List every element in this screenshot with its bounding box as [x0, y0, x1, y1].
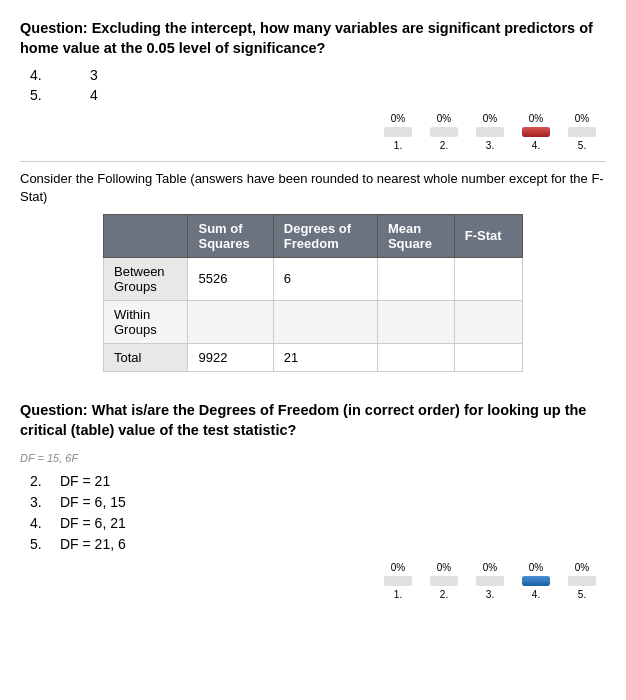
row-ss-within [188, 300, 273, 343]
progress2-item-3[interactable]: 0% 3. [476, 562, 504, 600]
col-header-label [104, 214, 188, 257]
row-df-total: 21 [273, 343, 377, 371]
progress-bar-3 [476, 127, 504, 137]
table-row-total: Total 9922 21 [104, 343, 523, 371]
progress-bar-4 [522, 127, 550, 137]
question2-block: Question: What is/are the Degrees of Fre… [20, 400, 606, 552]
table-row-between: BetweenGroups 5526 6 [104, 257, 523, 300]
overlay-df-label: DF = 15, 6F [20, 452, 78, 464]
answer-num-4: 4. [30, 67, 50, 83]
question1-block: Question: Excluding the intercept, how m… [20, 18, 606, 103]
table-wrapper: Sum ofSquares Degrees ofFreedom MeanSqua… [20, 214, 606, 386]
row-df-within [273, 300, 377, 343]
progress-strip-1: 0% 1. 0% 2. 0% 3. 0% 4. 0% 5. [20, 113, 606, 151]
question2-text: Question: What is/are the Degrees of Fre… [20, 400, 606, 441]
progress-num-1: 1. [394, 140, 402, 151]
progress-num-3: 3. [486, 140, 494, 151]
progress2-bar-3 [476, 576, 504, 586]
progress-label-5: 0% [575, 113, 589, 124]
progress-item-4[interactable]: 0% 4. [522, 113, 550, 151]
answer2-num-3: 3. [30, 494, 50, 510]
progress2-item-4[interactable]: 0% 4. [522, 562, 550, 600]
col-header-ms: MeanSquare [377, 214, 454, 257]
progress2-bar-5 [568, 576, 596, 586]
progress2-label-5: 0% [575, 562, 589, 573]
row-df-between: 6 [273, 257, 377, 300]
progress2-label-3: 0% [483, 562, 497, 573]
progress-label-1: 0% [391, 113, 405, 124]
progress2-num-5: 5. [578, 589, 586, 600]
question2-text-wrapper: Question: What is/are the Degrees of Fre… [20, 400, 606, 465]
answer2-num-2: 2. [30, 473, 50, 489]
answer2-num-5: 5. [30, 536, 50, 552]
consider-text: Consider the Following Table (answers ha… [20, 170, 606, 206]
question1-text: Question: Excluding the intercept, how m… [20, 18, 606, 59]
progress-bar-2 [430, 127, 458, 137]
answer2-row-4: 4. DF = 6, 21 [30, 515, 606, 531]
progress2-num-3: 3. [486, 589, 494, 600]
progress2-label-4: 0% [529, 562, 543, 573]
col-header-fstat: F-Stat [454, 214, 522, 257]
progress-item-2[interactable]: 0% 2. [430, 113, 458, 151]
progress2-label-1: 0% [391, 562, 405, 573]
col-header-ss: Sum ofSquares [188, 214, 273, 257]
progress-bar-5 [568, 127, 596, 137]
progress2-bar-1 [384, 576, 412, 586]
question2-answers: 2. DF = 21 3. DF = 6, 15 4. DF = 6, 21 5… [30, 473, 606, 552]
progress-item-1[interactable]: 0% 1. [384, 113, 412, 151]
progress2-item-2[interactable]: 0% 2. [430, 562, 458, 600]
progress2-label-2: 0% [437, 562, 451, 573]
answer-num-5: 5. [30, 87, 50, 103]
progress-num-2: 2. [440, 140, 448, 151]
progress-label-2: 0% [437, 113, 451, 124]
progress-label-3: 0% [483, 113, 497, 124]
row-ss-total: 9922 [188, 343, 273, 371]
progress-item-5[interactable]: 0% 5. [568, 113, 596, 151]
answer2-row-5: 5. DF = 21, 6 [30, 536, 606, 552]
answer2-row-2: 2. DF = 21 [30, 473, 606, 489]
divider-1 [20, 161, 606, 162]
row-fstat-between [454, 257, 522, 300]
row-ms-between [377, 257, 454, 300]
progress-num-4: 4. [532, 140, 540, 151]
row-fstat-within [454, 300, 522, 343]
row-fstat-total [454, 343, 522, 371]
progress2-num-2: 2. [440, 589, 448, 600]
question1-answers: 4. 3 5. 4 [30, 67, 606, 103]
row-label-between: BetweenGroups [104, 257, 188, 300]
answer-row-5: 5. 4 [30, 87, 606, 103]
row-ms-within [377, 300, 454, 343]
answer2-val-3: DF = 6, 15 [60, 494, 126, 510]
answer-val-4: 3 [90, 67, 98, 83]
answer2-row-3: 3. DF = 6, 15 [30, 494, 606, 510]
progress-strip-2: 0% 1. 0% 2. 0% 3. 0% 4. 0% 5. [20, 562, 606, 600]
table-row-within: WithinGroups [104, 300, 523, 343]
answer2-val-5: DF = 21, 6 [60, 536, 126, 552]
progress-num-5: 5. [578, 140, 586, 151]
answer2-val-4: DF = 6, 21 [60, 515, 126, 531]
answer-row-4: 4. 3 [30, 67, 606, 83]
progress2-bar-4 [522, 576, 550, 586]
row-label-within: WithinGroups [104, 300, 188, 343]
progress2-item-5[interactable]: 0% 5. [568, 562, 596, 600]
row-ms-total [377, 343, 454, 371]
row-label-total: Total [104, 343, 188, 371]
progress2-num-1: 1. [394, 589, 402, 600]
progress2-num-4: 4. [532, 589, 540, 600]
row-ss-between: 5526 [188, 257, 273, 300]
progress2-item-1[interactable]: 0% 1. [384, 562, 412, 600]
progress-bar-1 [384, 127, 412, 137]
anova-table: Sum ofSquares Degrees ofFreedom MeanSqua… [103, 214, 523, 372]
answer2-num-4: 4. [30, 515, 50, 531]
progress2-bar-2 [430, 576, 458, 586]
progress-item-3[interactable]: 0% 3. [476, 113, 504, 151]
progress-label-4: 0% [529, 113, 543, 124]
answer2-val-2: DF = 21 [60, 473, 110, 489]
col-header-df: Degrees ofFreedom [273, 214, 377, 257]
answer-val-5: 4 [90, 87, 98, 103]
